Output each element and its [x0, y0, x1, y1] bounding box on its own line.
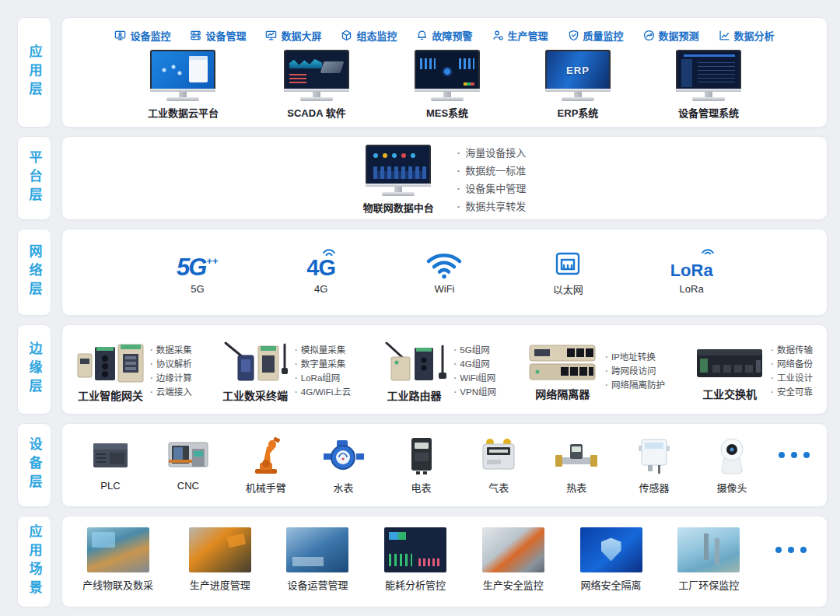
monitor-iot-platform — [366, 145, 431, 196]
layer-label-edge: 边缘层 — [28, 341, 41, 397]
product-industrial-switch: 工业交换机 数据传输 网络备份 工业设计 安全可靠 — [694, 341, 813, 401]
system-label: ERP系统 — [558, 105, 599, 120]
scenario-image-progress — [189, 527, 251, 572]
5g-logo-icon: 5G++ — [177, 245, 219, 279]
system-mes: MES系统 — [415, 50, 480, 120]
system-scada: SCADA 软件 — [284, 50, 349, 120]
layer-card-scenario: 应用场景 — [17, 516, 51, 607]
layer-card-device: 设备层 — [17, 423, 51, 507]
product-feature-list: 5G组网 4G组网 WiFi组网 VPN组网 — [454, 343, 497, 399]
layer-label-network: 网络层 — [28, 244, 41, 300]
edge-layer-row: 边缘层 — [17, 324, 828, 415]
scenario-image-security-shield — [580, 527, 642, 572]
network-item-lora: LoRa LoRa — [656, 245, 726, 295]
lora-logo-icon: LoRa — [670, 245, 713, 279]
scenario-network-security: 网络安全隔离 — [580, 527, 642, 592]
wifi-icon — [425, 245, 464, 279]
tag-fault-warning: 故障预警 — [416, 28, 472, 43]
iot-architecture-diagram: 应用层 设备监控 设备管理 数据大屏 组态监控 — [0, 0, 840, 616]
camera-icon — [710, 433, 754, 477]
signal-arcs-icon — [321, 247, 337, 256]
device-plc: PLC — [79, 432, 142, 492]
monitor-screen-dms — [676, 50, 741, 89]
monitor-screen-mes — [415, 50, 480, 89]
system-label: MES系统 — [426, 105, 468, 120]
water-meter-icon — [322, 433, 366, 477]
device-robot-arm: 机械手臂 — [235, 432, 297, 495]
ellipsis-dots-icon — [775, 527, 807, 572]
layer-card-application: 应用层 — [17, 17, 51, 128]
platform-feature-list: 海量设备接入 数据统一标准 设备集中管理 数据共享转发 — [457, 144, 526, 215]
network-item-wifi: WiFi — [409, 245, 479, 295]
product-feature-list: 模拟量采集 数字量采集 LoRa组网 4G/WiFi上云 — [295, 343, 351, 399]
product-industrial-router: 工业路由器 5G组网 4G组网 WiFi组网 VPN组网 — [380, 340, 497, 403]
feature-item: 设备集中管理 — [457, 180, 526, 198]
shield-check-icon — [568, 30, 579, 41]
tag-production-management: 生产管理 — [492, 28, 548, 43]
tag-device-management: 设备管理 — [190, 28, 246, 43]
ethernet-port-icon — [553, 243, 583, 278]
product-feature-list: IP地址转换 跨网段访问 网络隔离防护 — [605, 350, 665, 392]
monitor-screen-scada — [284, 50, 349, 89]
product-data-acquisition-terminal: 工业数采终端 模拟量采集 数字量采集 LoRa组网 4G/WiFi上云 — [221, 340, 351, 403]
monitor-mes — [415, 50, 480, 101]
edge-layer-panel: 工业智能网关 数据采集 协议解析 边缘计算 云端接入 — [61, 324, 828, 415]
industrial-switch-image — [694, 341, 765, 383]
user-gear-icon — [492, 30, 504, 41]
monitor-screen-erp: ERP — [545, 50, 611, 89]
layer-label-scenario: 应用场景 — [28, 524, 41, 600]
product-feature-list: 数据传输 网络备份 工业设计 安全可靠 — [771, 343, 813, 399]
monitor-industrial-cloud — [150, 50, 215, 101]
tag-data-analysis: 数据分析 — [719, 28, 775, 43]
feature-item: 数据统一标准 — [457, 162, 526, 180]
scenario-image-production-line — [87, 527, 149, 572]
industrial-router-image — [380, 340, 449, 385]
line-chart-icon — [719, 30, 730, 41]
layer-label-device: 设备层 — [28, 437, 41, 493]
network-layer-row: 网络层 5G++ 5G 4G 4G — [17, 229, 828, 316]
server-list-icon — [190, 30, 201, 41]
monitor-device-management — [676, 50, 741, 101]
application-layer-row: 应用层 设备监控 设备管理 数据大屏 组态监控 — [17, 17, 828, 128]
scenario-image-energy — [384, 527, 446, 572]
scenario-energy-analysis: 能耗分析管控 — [384, 527, 446, 592]
trend-circle-icon — [643, 30, 655, 41]
system-erp: ERP ERP系统 — [545, 50, 611, 120]
tag-data-prediction: 数据预测 — [643, 28, 699, 43]
data-terminal-image — [221, 340, 289, 385]
monitor-screen-iot — [366, 145, 431, 184]
monitor-erp: ERP — [545, 50, 611, 101]
layer-card-network: 网络层 — [17, 229, 51, 316]
dashboard-screen-icon — [265, 30, 277, 41]
device-electric-meter: 电表 — [390, 432, 453, 495]
device-layer-panel: PLC CNC — [61, 423, 828, 507]
platform-layer-row: 平台层 物联网数据中台 海量设备接入 数据统一标准 设备集中管理 数据共享转发 — [17, 136, 828, 220]
system-label: 设备管理系统 — [678, 105, 739, 120]
alarm-bell-icon — [416, 30, 428, 41]
heat-meter-icon — [555, 433, 598, 477]
layer-label-application: 应用层 — [28, 44, 41, 100]
layer-card-platform: 平台层 — [17, 136, 51, 220]
cube-icon — [341, 30, 352, 41]
device-gas-meter: 气表 — [467, 432, 530, 495]
scenario-equipment-operation: 设备运营管理 — [286, 527, 348, 592]
product-network-isolator: 网络隔离器 IP地址转换 跨网段访问 网络隔离防护 — [525, 341, 665, 401]
application-systems: 工业数据云平台 SCADA 软件 MES系统 — [62, 43, 827, 120]
system-device-management: 设备管理系统 — [676, 50, 741, 120]
electric-meter-icon — [400, 433, 443, 477]
ellipsis-dots-icon — [779, 432, 810, 478]
network-isolator-image — [525, 341, 600, 383]
monitor-user-icon — [114, 30, 126, 41]
scenario-image-environment — [677, 527, 740, 572]
device-sensor: 传感器 — [623, 432, 685, 495]
system-label: 物联网数据中台 — [363, 200, 434, 215]
network-item-4g: 4G 4G — [286, 245, 356, 295]
product-industrial-gateway: 工业智能网关 数据采集 协议解析 边缘计算 云端接入 — [76, 340, 192, 403]
device-camera: 摄像头 — [701, 432, 763, 495]
device-water-meter: 水表 — [313, 432, 375, 495]
signal-arcs-icon — [701, 247, 715, 254]
system-industrial-cloud-platform: 工业数据云平台 — [148, 50, 219, 120]
scenario-production-safety: 生产安全监控 — [482, 527, 544, 592]
network-item-5g: 5G++ 5G — [163, 245, 233, 295]
feature-item: 海量设备接入 — [457, 144, 526, 162]
